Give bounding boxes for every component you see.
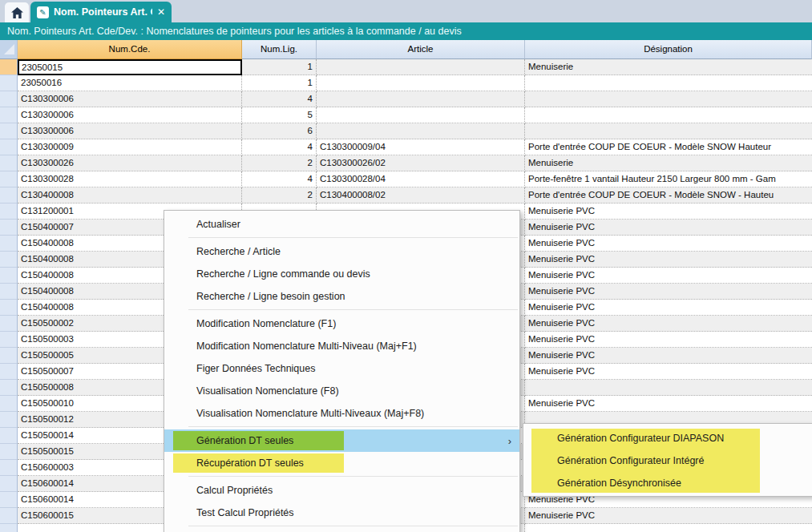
menu-item-calcul-propri-t-s[interactable]: Calcul Propriétés: [164, 479, 519, 502]
cell-num-cde[interactable]: C130300009: [18, 139, 242, 155]
cell-designation[interactable]: [525, 380, 812, 396]
row-header[interactable]: [0, 396, 18, 412]
cell-num-cde[interactable]: C130300026: [18, 155, 242, 171]
cell-num-cde[interactable]: 23050016: [18, 75, 242, 91]
cell-article[interactable]: [317, 107, 525, 123]
row-header[interactable]: [0, 171, 18, 187]
cell-designation[interactable]: Menuiserie PVC: [525, 268, 812, 284]
menu-item-recherche-ligne-besoin-gestion[interactable]: Recherche / Ligne besoin gestion: [164, 285, 519, 308]
menu-item-g-n-ration-dt-seules[interactable]: Génération DT seules›: [164, 429, 519, 452]
cell-num-cde[interactable]: C130400008: [18, 187, 242, 204]
row-header[interactable]: [0, 204, 18, 220]
column-header-num-cde[interactable]: Num.Cde.: [18, 40, 242, 59]
menu-item-modification-nomenclature-f1[interactable]: Modification Nomenclature (F1): [164, 312, 519, 335]
column-header-designation[interactable]: Désignation: [525, 40, 812, 59]
row-header[interactable]: [0, 139, 18, 155]
cell-num-lig[interactable]: 5: [242, 107, 317, 123]
row-header[interactable]: [0, 444, 18, 460]
cell-article[interactable]: [317, 59, 525, 75]
row-header[interactable]: [0, 268, 18, 284]
row-header[interactable]: [0, 300, 18, 316]
menu-item-figer-donn-es-techniques[interactable]: Figer Données Techniques: [164, 357, 519, 380]
submenu-item-g-n-ration-configurateur-diapason[interactable]: Génération Configurateur DIAPASON: [523, 427, 812, 449]
cell-num-lig[interactable]: 2: [242, 155, 317, 171]
row-header[interactable]: [0, 364, 18, 380]
cell-designation[interactable]: Menuiserie PVC: [525, 220, 812, 236]
cell-article[interactable]: [317, 91, 525, 107]
column-header-num-lig[interactable]: Num.Lig.: [242, 40, 317, 59]
row-header[interactable]: [0, 284, 18, 300]
cell-num-lig[interactable]: 4: [242, 139, 317, 155]
menu-item-visualisation-nomenclature-multi-niveaux-maj-f8[interactable]: Visualisation Nomenclature Multi-Niveaux…: [164, 402, 519, 425]
row-header[interactable]: [0, 155, 18, 171]
row-header[interactable]: [0, 332, 18, 348]
cell-designation[interactable]: [525, 75, 812, 91]
cell-designation[interactable]: Menuiserie PVC: [525, 348, 812, 364]
row-header[interactable]: [0, 508, 18, 524]
cell-num-cde[interactable]: C130300028: [18, 171, 242, 187]
tab-home[interactable]: [5, 2, 29, 22]
tab-active[interactable]: ✎ Nom. Pointeurs Art. Cd... ✕: [30, 2, 172, 22]
row-header[interactable]: [0, 460, 18, 476]
row-header[interactable]: [0, 492, 18, 508]
cell-designation[interactable]: Porte-fenêtre 1 vantail Hauteur 2150 Lar…: [525, 171, 812, 187]
select-all-corner[interactable]: [0, 40, 18, 59]
cell-designation[interactable]: Porte d'entrée COUP DE COEUR - Modèle SN…: [525, 139, 812, 155]
cell-num-lig[interactable]: 4: [242, 171, 317, 187]
row-header[interactable]: [0, 380, 18, 396]
cell-designation[interactable]: [525, 91, 812, 107]
cell-designation[interactable]: Menuiserie PVC: [525, 364, 812, 380]
cell-num-cde[interactable]: C130300006: [18, 107, 242, 123]
row-header[interactable]: [0, 59, 18, 75]
column-header-article[interactable]: Article: [317, 40, 525, 59]
cell-num-lig[interactable]: 2: [242, 187, 317, 204]
row-header[interactable]: [0, 524, 18, 532]
cell-designation[interactable]: Porte d'entrée COUP DE COEUR - Modèle SN…: [525, 187, 812, 204]
cell-designation[interactable]: [525, 107, 812, 123]
cell-designation[interactable]: Menuiserie: [525, 59, 812, 75]
row-header[interactable]: [0, 187, 18, 204]
row-header[interactable]: [0, 348, 18, 364]
row-header[interactable]: [0, 236, 18, 252]
row-header[interactable]: [0, 252, 18, 268]
row-header[interactable]: [0, 91, 18, 107]
cell-article[interactable]: C130300028/04: [317, 171, 525, 187]
menu-item-test-calcul-propri-t-s[interactable]: Test Calcul Propriétés: [164, 502, 519, 524]
cell-designation[interactable]: [525, 524, 812, 532]
cell-article[interactable]: [317, 123, 525, 139]
row-header[interactable]: [0, 107, 18, 123]
row-header[interactable]: [0, 316, 18, 332]
menu-item-r-cup-ration-dt-seules[interactable]: Récupération DT seules: [164, 452, 519, 474]
cell-num-cde[interactable]: C130300006: [18, 123, 242, 139]
row-header[interactable]: [0, 75, 18, 91]
submenu-item-g-n-ration-configurateur-int-gr[interactable]: Génération Configurateur Intégré: [523, 449, 812, 472]
cell-article[interactable]: [317, 75, 525, 91]
cell-designation[interactable]: [525, 123, 812, 139]
tab-close-icon[interactable]: ✕: [157, 6, 165, 18]
cell-num-lig[interactable]: 1: [242, 75, 317, 91]
cell-designation[interactable]: Menuiserie PVC: [525, 284, 812, 300]
cell-article[interactable]: C130400008/02: [317, 187, 525, 204]
cell-designation[interactable]: Menuiserie: [525, 155, 812, 171]
menu-item-recherche-article[interactable]: Recherche / Article: [164, 240, 519, 263]
cell-designation[interactable]: Menuiserie PVC: [525, 332, 812, 348]
row-header[interactable]: [0, 428, 18, 444]
row-header[interactable]: [0, 123, 18, 139]
cell-designation[interactable]: Menuiserie PVC: [525, 316, 812, 332]
row-header[interactable]: [0, 412, 18, 428]
cell-designation[interactable]: Menuiserie PVC: [525, 236, 812, 252]
cell-designation[interactable]: Menuiserie PVC: [525, 396, 812, 412]
row-header[interactable]: [0, 476, 18, 492]
cell-designation[interactable]: Menuiserie PVC: [525, 204, 812, 220]
menu-item-recherche-ligne-commande-ou-devis[interactable]: Recherche / Ligne commande ou devis: [164, 263, 519, 285]
cell-article[interactable]: C130300009/04: [317, 139, 525, 155]
cell-designation[interactable]: Menuiserie PVC: [525, 300, 812, 316]
cell-designation[interactable]: Menuiserie PVC: [525, 252, 812, 268]
menu-item-visualisation-nomenclature-f8[interactable]: Visualisation Nomenclature (F8): [164, 380, 519, 402]
menu-item-actualiser[interactable]: Actualiser: [164, 213, 519, 236]
cell-num-lig[interactable]: 1: [242, 59, 317, 75]
row-header[interactable]: [0, 220, 18, 236]
cell-num-cde[interactable]: C130300006: [18, 91, 242, 107]
cell-num-lig[interactable]: 4: [242, 91, 317, 107]
cell-article[interactable]: C130300026/02: [317, 155, 525, 171]
